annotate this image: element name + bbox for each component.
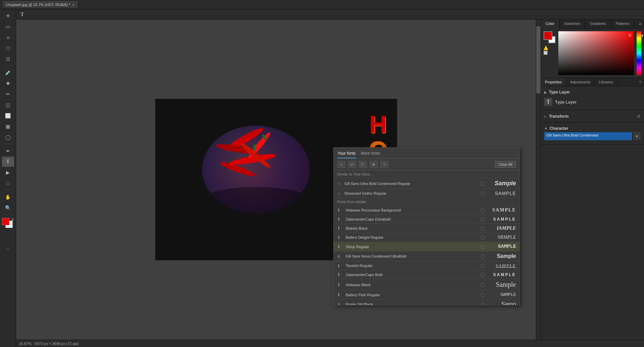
font-item-poplar[interactable]: ⬇ Poplar Std Black ◯ Samp xyxy=(334,299,519,305)
bowl-element xyxy=(202,126,310,213)
font-name-ballers: Ballers Delight Regular xyxy=(346,235,478,239)
download-blakely[interactable]: ⬇ xyxy=(337,226,343,231)
tool-hand[interactable]: ✋ xyxy=(2,192,14,202)
tab-color[interactable]: Color xyxy=(541,20,559,29)
font-item-hobeaux[interactable]: ⬇ Hobeaux Rococeaux Background ◯ SAMPLE xyxy=(334,206,519,215)
tab-patterns[interactable]: Patterns xyxy=(611,20,635,28)
tool-path-select[interactable]: ▶ xyxy=(2,167,14,178)
tool-type[interactable]: T xyxy=(2,157,14,167)
canvas-scrollbar[interactable] xyxy=(536,20,541,340)
tab-more-fonts[interactable]: More fonts xyxy=(361,150,380,158)
preview-icon-poplar: ◯ xyxy=(480,302,486,305)
font-family-select[interactable]: Gill Sans Ultra Bold Condensed xyxy=(544,132,632,140)
download-shlop[interactable]: ⬇ xyxy=(337,244,343,249)
props-panel-menu[interactable]: ≡ xyxy=(636,78,644,86)
scrollbar-thumb[interactable] xyxy=(536,26,541,93)
font-item-gill-sans[interactable]: ☆ Gill Sans Ultra Bold Condensed Regular… xyxy=(334,178,519,189)
tab-filename: Unsplash.jpg @ 16.7% (HOT, RGB/8) * xyxy=(6,3,70,7)
transform-refresh[interactable]: ↺ xyxy=(637,114,641,119)
font-item-zalaman2[interactable]: ⬇ ZalamanderCaps Bold ◯ SAMPLE xyxy=(334,270,519,279)
font-name-poplar: Poplar Std Black xyxy=(346,302,478,305)
tool-more[interactable]: … xyxy=(2,243,14,253)
tool-brush[interactable]: ✏ xyxy=(2,89,14,99)
tab-close[interactable]: × xyxy=(72,3,74,7)
tool-lasso[interactable]: ⌾ xyxy=(2,32,14,42)
font-item-blakely[interactable]: ⬇ Blakely Black ◯ IAMPLE xyxy=(334,224,519,233)
font-select-arrow[interactable]: ▼ xyxy=(633,132,641,140)
font-item-gill-nova[interactable]: ⬇ Gill Sans Nova Condensed UltraBold ◯ S… xyxy=(334,252,519,261)
foreground-color-swatch[interactable] xyxy=(2,218,9,225)
font-item-battery[interactable]: ⬇ Battery Park Regular ◯ SAMPLE xyxy=(334,291,519,299)
font-item-hobeaux2[interactable]: ⬇ Hobeaux Black ◯ Sample xyxy=(334,279,519,291)
filter-size-btn[interactable]: T↑ xyxy=(358,161,367,168)
toolbar-separator-1 xyxy=(3,66,13,66)
out-of-gamut-warning[interactable] xyxy=(544,45,548,50)
color-gradient-picker[interactable] xyxy=(558,31,634,75)
tab-gradients[interactable]: Gradients xyxy=(585,20,611,28)
switch-colors-icon[interactable]: ⇅ xyxy=(11,218,14,221)
font-item-ballers[interactable]: ⬇ Ballers Delight Regular ◯ SRMPLE xyxy=(334,233,519,242)
color-panel-menu[interactable]: ≡ xyxy=(636,20,644,28)
star-showcard[interactable]: ☆ xyxy=(337,191,342,196)
download-gill-nova[interactable]: ⬇ xyxy=(337,254,343,259)
font-preview-battery: SAMPLE xyxy=(489,292,516,297)
font-list: Similar to True Gore... ☆ Gill Sans Ultr… xyxy=(334,170,519,305)
clear-all-button[interactable]: Clear All xyxy=(495,161,516,168)
tool-healing[interactable]: ✚ xyxy=(2,78,14,88)
font-name-blakely: Blakely Black xyxy=(346,226,478,230)
filter-favorites-btn[interactable]: ★ xyxy=(369,161,378,168)
font-item-zalaman[interactable]: ⬇ ZalamanderCaps Extrabold ◯ SAMPLE xyxy=(334,215,519,224)
download-zalaman[interactable]: ⬇ xyxy=(337,217,343,222)
tool-marquee[interactable]: ▭ xyxy=(2,22,14,32)
download-hobeaux[interactable]: ⬇ xyxy=(337,208,343,213)
tool-gradient[interactable]: ▦ xyxy=(2,121,14,131)
preview-icon-hobeaux2: ◯ xyxy=(480,282,486,287)
tool-move[interactable]: ✛ xyxy=(2,11,14,21)
canvas-area[interactable]: H O T Your fonts More fonts » ↩ xyxy=(16,20,536,340)
document-dimensions: 5472 px × 3648 px (72 ppi) xyxy=(35,342,79,346)
fg-bg-swatches xyxy=(544,31,556,43)
tool-pen[interactable]: ✒ xyxy=(2,146,14,156)
filter-undo-btn[interactable]: ↩ xyxy=(348,161,356,168)
download-ballers[interactable]: ⬇ xyxy=(337,235,343,240)
tool-eyedropper[interactable]: 💉 xyxy=(2,68,14,78)
tool-clone[interactable]: ◫ xyxy=(2,100,14,110)
type-layer-header[interactable]: ▶ Type Layer xyxy=(544,88,641,96)
web-color-cube[interactable] xyxy=(544,51,548,55)
tab-swatches[interactable]: Swatches xyxy=(559,20,585,28)
font-item-teeshirt[interactable]: ⬇ Teeshirt Regular ◯ SAMPLE xyxy=(334,261,519,270)
tab-libraries[interactable]: Libraries xyxy=(595,78,617,86)
preview-icon-teeshirt: ◯ xyxy=(480,263,486,268)
color-picker-handle[interactable] xyxy=(629,34,631,37)
tab-adjustments[interactable]: Adjustments xyxy=(566,78,595,86)
character-header[interactable]: ▼ Character xyxy=(544,125,641,132)
document-tab[interactable]: Unsplash.jpg @ 16.7% (HOT, RGB/8) * × xyxy=(3,1,78,8)
font-browser-panel: Your fonts More fonts » ↩ T↑ ★ ≈ Clear A… xyxy=(333,147,520,305)
font-name-teeshirt: Teeshirt Regular xyxy=(346,264,478,268)
download-battery[interactable]: ⬇ xyxy=(337,292,343,297)
tool-quick-select[interactable]: ⬡ xyxy=(2,43,14,53)
font-preview-teeshirt: SAMPLE xyxy=(489,263,516,268)
transform-header[interactable]: ▷ Transform ↺ xyxy=(544,112,641,120)
download-zalaman2[interactable]: ⬇ xyxy=(337,272,343,277)
filter-recent-btn[interactable]: » xyxy=(337,161,346,168)
tool-shape[interactable]: □ xyxy=(2,178,14,188)
tool-dodge[interactable]: ◯ xyxy=(2,132,14,142)
star-gill-sans[interactable]: ☆ xyxy=(337,181,342,186)
tool-zoom[interactable]: 🔍 xyxy=(2,203,14,213)
tool-crop[interactable]: ⊡ xyxy=(2,54,14,64)
filter-similar-btn[interactable]: ≈ xyxy=(380,161,389,168)
toolbar-separator-4 xyxy=(3,215,13,215)
download-hobeaux2[interactable]: ⬇ xyxy=(337,282,343,287)
status-bar: 16.67% 5472 px × 3648 px (72 ppi) xyxy=(16,340,644,347)
hue-slider[interactable] xyxy=(637,31,641,75)
character-title: Character xyxy=(550,126,568,131)
font-item-shlop[interactable]: ⬇ Shlop Regular ◯ SΛMPLE xyxy=(334,242,519,252)
fg-color-swatch[interactable] xyxy=(544,31,552,40)
font-item-showcard[interactable]: ☆ Showcard Gothic Regular ◯ SAMPLE xyxy=(334,189,519,198)
tool-eraser[interactable]: ⬜ xyxy=(2,111,14,121)
tab-your-fonts[interactable]: Your fonts xyxy=(338,150,356,158)
download-poplar[interactable]: ⬇ xyxy=(337,302,343,305)
tab-properties[interactable]: Properties xyxy=(541,78,566,86)
download-teeshirt[interactable]: ⬇ xyxy=(337,263,343,268)
